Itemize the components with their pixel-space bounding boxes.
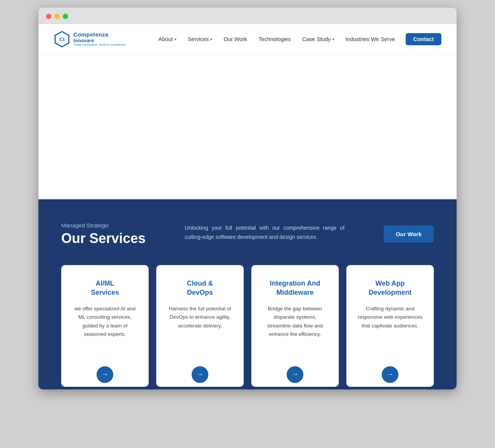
nav-link-our-work[interactable]: Our Work xyxy=(219,34,252,44)
card-arrow-ai-ml[interactable]: → xyxy=(97,366,113,383)
service-card-web-app: Web AppDevelopment Crafting dynamic and … xyxy=(346,265,434,387)
nav-link-case-study[interactable]: Case Study ▾ xyxy=(298,34,339,44)
our-work-button[interactable]: Our Work xyxy=(384,226,434,243)
card-arrow-cloud-devops[interactable]: → xyxy=(192,366,208,383)
nav-item-services[interactable]: Services ▾ xyxy=(183,34,217,44)
nav-item-about[interactable]: About ▾ xyxy=(154,34,181,44)
navbar: CI Competenza Innovare Think Innovative.… xyxy=(38,24,457,55)
service-card-ai-ml: AI/MLServices we offer specialized AI an… xyxy=(61,265,149,387)
nav-item-contact[interactable]: Contact xyxy=(402,33,441,45)
page-content: CI Competenza Innovare Think Innovative.… xyxy=(38,24,457,389)
hero-area xyxy=(38,55,457,199)
logo-tagline: Think Innovative. Deliver excellence. xyxy=(73,43,127,47)
svg-text:CI: CI xyxy=(60,37,65,42)
nav-item-case-study[interactable]: Case Study ▾ xyxy=(298,34,339,44)
nav-item-technologies[interactable]: Technologies xyxy=(254,34,295,44)
service-card-cloud-devops: Cloud &DevOps Harness the full potential… xyxy=(156,265,244,387)
service-cards-row: AI/MLServices we offer specialized AI an… xyxy=(61,265,434,387)
services-header: Managed Strategic Our Services Unlocking… xyxy=(61,222,434,246)
card-desc-integration: Bridge the gap between disparate systems… xyxy=(262,305,328,353)
chevron-down-icon: ▾ xyxy=(210,37,212,41)
services-label: Managed Strategic xyxy=(61,222,146,229)
browser-window: CI Competenza Innovare Think Innovative.… xyxy=(38,8,457,389)
card-title-cloud-devops: Cloud &DevOps xyxy=(187,279,213,297)
card-desc-web-app: Crafting dynamic and responsive web expe… xyxy=(357,305,423,353)
nav-link-services[interactable]: Services ▾ xyxy=(183,34,217,44)
nav-link-about[interactable]: About ▾ xyxy=(154,34,181,44)
nav-item-our-work[interactable]: Our Work xyxy=(219,34,252,44)
logo-icon: CI xyxy=(54,31,70,48)
card-arrow-integration[interactable]: → xyxy=(287,366,303,383)
nav-item-industries[interactable]: Industries We Serve xyxy=(341,34,400,44)
card-title-web-app: Web AppDevelopment xyxy=(368,279,411,297)
card-title-integration: Integration AndMiddleware xyxy=(270,279,320,297)
maximize-button[interactable] xyxy=(63,14,68,19)
nav-link-technologies[interactable]: Technologies xyxy=(254,34,295,44)
card-arrow-web-app[interactable]: → xyxy=(382,366,398,383)
nav-link-industries[interactable]: Industries We Serve xyxy=(341,34,400,44)
nav-contact-button[interactable]: Contact xyxy=(406,33,441,45)
logo-link[interactable]: CI Competenza Innovare Think Innovative.… xyxy=(54,31,127,48)
chevron-down-icon: ▾ xyxy=(175,37,176,41)
browser-chrome xyxy=(38,8,457,24)
logo-text: Competenza Innovare Think Innovative. De… xyxy=(73,32,127,47)
services-title-block: Managed Strategic Our Services xyxy=(61,222,146,246)
chevron-down-icon: ▾ xyxy=(332,37,334,41)
nav-links: About ▾ Services ▾ Our Work xyxy=(154,33,441,45)
card-desc-ai-ml: we offer specialized AI and ML consultin… xyxy=(72,305,138,353)
services-section: Managed Strategic Our Services Unlocking… xyxy=(38,199,457,389)
minimize-button[interactable] xyxy=(54,14,60,19)
logo-company-second: Innovare xyxy=(73,38,127,43)
services-description: Unlocking your full potential with our c… xyxy=(185,222,344,242)
service-card-integration: Integration AndMiddleware Bridge the gap… xyxy=(251,265,339,387)
close-button[interactable] xyxy=(46,14,51,19)
logo-company-first: Competenza xyxy=(73,32,127,38)
services-heading: Our Services xyxy=(61,231,146,246)
card-title-ai-ml: AI/MLServices xyxy=(91,279,119,297)
card-desc-cloud-devops: Harness the full potential of DevOps to … xyxy=(167,305,233,353)
